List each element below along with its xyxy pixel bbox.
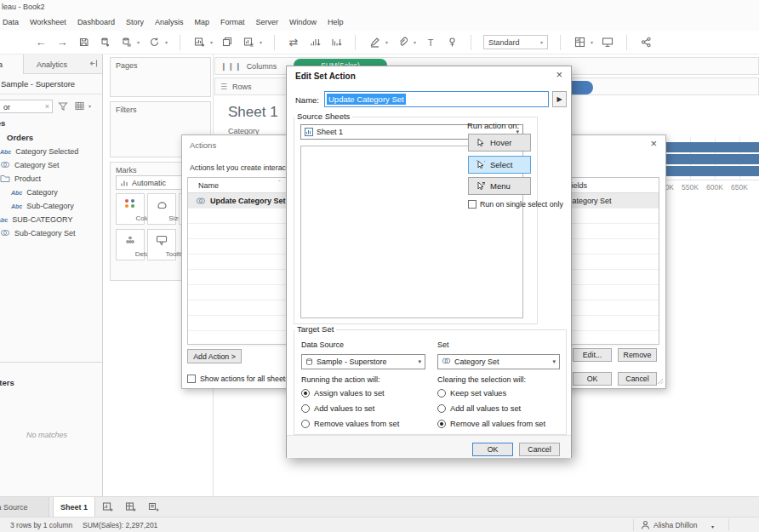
new-worksheet-tab-icon[interactable] <box>102 501 115 513</box>
set-dropdown[interactable]: Category Set ▾ <box>437 354 560 369</box>
name-expand-button[interactable]: ▶ <box>552 91 567 107</box>
close-icon[interactable]: × <box>556 69 562 81</box>
group-members-icon[interactable] <box>396 36 409 49</box>
filter-fields-icon[interactable] <box>58 101 68 113</box>
pages-card[interactable]: Pages <box>110 57 211 97</box>
user-menu-caret-icon[interactable]: ▾ <box>711 523 714 529</box>
menu-data[interactable]: Data <box>3 18 19 26</box>
detail-button[interactable]: Detail <box>116 229 145 260</box>
radio-add-all-values[interactable]: Add all values to set <box>437 404 521 413</box>
user-name[interactable]: Alisha Dhillon <box>653 521 698 529</box>
new-worksheet-icon[interactable] <box>192 36 206 49</box>
single-select-checkbox[interactable]: Run on single select only <box>468 200 563 209</box>
tooltip-button[interactable]: Tooltip <box>147 229 176 260</box>
menu-map[interactable]: Map <box>194 18 209 26</box>
swap-rows-columns-icon[interactable]: ⇄ <box>287 36 300 49</box>
show-me-icon[interactable] <box>573 36 586 49</box>
radio-add-values[interactable]: Add values to set <box>301 404 374 413</box>
save-icon[interactable] <box>77 36 90 49</box>
data-source-dropdown[interactable]: Sample - Superstore ▾ <box>301 354 425 369</box>
actions-ok-button[interactable]: OK <box>573 372 612 386</box>
edit-cancel-button[interactable]: Cancel <box>519 443 560 456</box>
field-category-selected[interactable]: Abc Category Selected <box>0 145 78 158</box>
view-as-caret-icon[interactable]: ▾ <box>88 103 91 109</box>
radio-assign-values[interactable]: Assign values to set <box>301 389 385 398</box>
menu-help[interactable]: Help <box>328 18 344 26</box>
tab-analytics[interactable]: Analytics <box>24 54 80 74</box>
column-name[interactable]: Name <box>198 181 219 190</box>
undo-icon[interactable]: ← <box>34 36 48 49</box>
close-icon[interactable]: × <box>650 138 657 150</box>
edit-ok-button[interactable]: OK <box>472 443 513 456</box>
clear-search-icon[interactable]: × <box>45 102 49 111</box>
field-product[interactable]: Product <box>0 172 41 186</box>
sort-descending-icon[interactable] <box>329 36 343 49</box>
select-button[interactable]: Select <box>468 156 531 174</box>
tab-data-source[interactable]: Data Source <box>0 497 49 518</box>
field-category[interactable]: Abc Category <box>11 186 58 199</box>
field-category-set[interactable]: Category Set <box>0 158 60 172</box>
size-button[interactable]: Size <box>147 193 176 225</box>
new-dashboard-tab-icon[interactable] <box>125 501 138 513</box>
action-name-input[interactable]: Update Category Set <box>324 91 549 107</box>
tab-sheet-1[interactable]: Sheet 1 <box>53 497 95 518</box>
fit-selector[interactable]: Standard ▾ <box>483 35 548 49</box>
add-action-button[interactable]: Add Action > <box>187 349 242 363</box>
radio-remove-all-values[interactable]: Remove all values from set <box>437 420 545 428</box>
field-sub-category[interactable]: Abc Sub-Category <box>11 199 74 213</box>
run-action-on-label: Run action on: <box>467 121 519 130</box>
menu-story[interactable]: Story <box>126 18 144 26</box>
show-me-caret-icon[interactable]: ▾ <box>591 39 593 45</box>
clear-sheet-caret-icon[interactable]: ▾ <box>260 39 262 45</box>
menu-button[interactable]: Menu <box>468 177 531 195</box>
duplicate-sheet-icon[interactable] <box>220 36 234 49</box>
fit-selector-value: Standard <box>488 38 520 47</box>
hover-button[interactable]: Hover <box>468 134 531 152</box>
menu-analysis[interactable]: Analysis <box>155 18 184 26</box>
table-orders[interactable]: Orders <box>7 133 33 142</box>
resize-grip[interactable] <box>657 378 664 386</box>
menu-dashboard[interactable]: Dashboard <box>77 18 115 26</box>
menu-window[interactable]: Window <box>289 18 317 26</box>
new-worksheet-caret-icon[interactable]: ▾ <box>210 39 213 45</box>
radio-remove-values[interactable]: Remove values from set <box>301 420 399 428</box>
menu-server[interactable]: Server <box>255 18 278 26</box>
field-sub-category-set[interactable]: Sub-Category Set <box>0 226 76 240</box>
clear-sheet-icon[interactable] <box>242 36 255 49</box>
field-sub-category-caps[interactable]: Abc SUB-CATEGORY <box>0 213 72 226</box>
fit-selector-caret-icon: ▾ <box>540 39 543 45</box>
edit-button[interactable]: Edit... <box>573 348 612 362</box>
highlight-icon[interactable] <box>368 36 381 49</box>
view-as-icon[interactable] <box>75 101 85 113</box>
set-action-icon <box>196 196 206 208</box>
radio-keep-set-values[interactable]: Keep set values <box>437 389 506 398</box>
redo-icon[interactable]: → <box>55 36 69 49</box>
sort-ascending-icon[interactable] <box>308 36 322 49</box>
remove-button[interactable]: Remove <box>618 348 657 362</box>
edit-set-action-dialog: Edit Set Action × Name: Update Category … <box>286 66 572 458</box>
toolbar: ← → ▾ ▾ ▾ ▾ ⇄ ▾ ▾ T Standard ▾ ▾ <box>0 31 759 54</box>
pause-updates-icon[interactable] <box>119 36 133 49</box>
search-input[interactable]: or × <box>0 100 53 113</box>
pause-updates-caret-icon[interactable]: ▾ <box>137 39 140 45</box>
toolbar-separator <box>560 35 561 50</box>
group-members-caret-icon[interactable]: ▾ <box>414 39 416 45</box>
run-updates-caret-icon[interactable]: ▾ <box>165 39 168 45</box>
add-datasource-icon[interactable] <box>98 36 111 49</box>
tab-data[interactable]: Data <box>0 54 24 74</box>
actions-cancel-button[interactable]: Cancel <box>618 372 657 386</box>
new-story-tab-icon[interactable] <box>148 501 161 513</box>
collapse-pane-icon[interactable] <box>89 59 100 69</box>
show-mark-labels-icon[interactable]: T <box>424 36 437 49</box>
presentation-mode-icon[interactable] <box>601 36 614 49</box>
color-button[interactable]: Color <box>116 193 145 225</box>
share-icon[interactable] <box>639 36 653 49</box>
radio-icon <box>301 404 310 413</box>
show-all-sheets-checkbox[interactable]: Show actions for all sheets <box>187 375 289 383</box>
fix-axes-icon[interactable] <box>445 36 459 49</box>
run-updates-icon[interactable] <box>147 36 161 49</box>
menu-worksheet[interactable]: Worksheet <box>30 18 66 26</box>
menu-format[interactable]: Format <box>220 18 245 26</box>
highlight-caret-icon[interactable]: ▾ <box>385 39 388 45</box>
datasource-name[interactable]: Sample - Superstore <box>1 79 75 89</box>
